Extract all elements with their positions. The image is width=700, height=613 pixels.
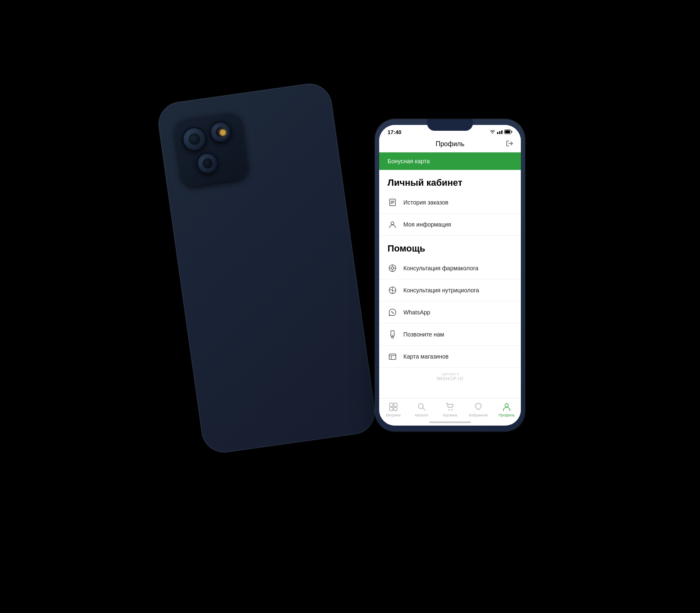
whatsapp-icon — [388, 307, 398, 317]
menu-item-map[interactable]: Карта магазинов — [379, 346, 521, 368]
phone-label: Позвоните нам — [403, 331, 444, 338]
vitrina-icon — [388, 402, 398, 412]
nutritionist-icon — [388, 285, 398, 295]
bonus-banner[interactable]: Бонусная карта — [379, 152, 521, 170]
svg-rect-11 — [391, 331, 394, 336]
svg-point-25 — [505, 404, 508, 407]
favorites-icon — [473, 402, 483, 412]
profile-tab-icon — [502, 402, 512, 412]
tab-item-cart[interactable]: Корзина — [436, 402, 464, 417]
imshop-footer: сделано в IMSHOP.IO — [379, 368, 521, 385]
menu-item-info[interactable]: Моя информация — [379, 214, 521, 236]
cart-label: Корзина — [443, 413, 457, 417]
phone-back — [155, 81, 378, 456]
signal-bars — [497, 130, 502, 134]
svg-rect-18 — [394, 403, 397, 406]
nav-header: Профиль — [379, 137, 521, 152]
whatsapp-label: WhatsApp — [403, 309, 430, 316]
battery-icon — [504, 130, 512, 135]
profile-tab-label: Профиль — [499, 413, 515, 417]
svg-rect-13 — [392, 336, 393, 338]
catalog-label: Каталог — [415, 413, 429, 417]
nutritionist-label: Консультация нутрициолога — [403, 287, 479, 294]
catalog-icon — [417, 402, 427, 412]
tab-item-vitrina[interactable]: Витрина — [379, 402, 408, 417]
pharmacist-icon — [388, 263, 398, 273]
svg-rect-19 — [390, 407, 393, 411]
orders-icon — [388, 197, 398, 207]
phone-icon — [388, 329, 398, 339]
svg-point-24 — [452, 409, 453, 411]
svg-point-23 — [449, 409, 450, 411]
footer-line2: IMSHOP.IO — [383, 376, 517, 381]
menu-item-whatsapp[interactable]: WhatsApp — [379, 302, 521, 324]
wifi-icon — [490, 130, 495, 135]
pharmacist-label: Консультация фармаколога — [403, 265, 478, 272]
footer-line1: сделано в — [383, 372, 517, 376]
cart-icon — [445, 402, 455, 412]
menu-item-orders[interactable]: История заказов — [379, 192, 521, 214]
tab-item-catalog[interactable]: Каталог — [408, 402, 436, 417]
bonus-banner-text: Бонусная карта — [388, 158, 430, 164]
phone-front: 17:40 — [375, 119, 525, 431]
tab-item-favorites[interactable]: Избранное — [464, 402, 492, 417]
logout-button[interactable] — [506, 140, 513, 150]
favorites-label: Избранное — [469, 413, 488, 417]
scene: 17:40 — [162, 57, 538, 556]
vitrina-label: Витрина — [386, 413, 400, 417]
section-header-help: Помощь — [379, 236, 521, 257]
phone-notch — [427, 119, 473, 131]
svg-rect-17 — [390, 403, 393, 406]
svg-rect-14 — [389, 354, 396, 359]
user-info-icon — [388, 219, 398, 229]
menu-item-phone[interactable]: Позвоните нам — [379, 324, 521, 346]
orders-label: История заказов — [403, 199, 448, 206]
section-header-cabinet: Личный кабинет — [379, 170, 521, 192]
svg-point-8 — [391, 267, 394, 269]
svg-rect-20 — [394, 407, 397, 411]
tab-item-profile[interactable]: Профиль — [492, 402, 521, 417]
info-label: Моя информация — [403, 221, 451, 228]
home-indicator — [429, 421, 471, 423]
nav-title: Профиль — [435, 140, 464, 148]
map-label: Карта магазинов — [403, 353, 448, 360]
menu-item-nutritionist[interactable]: Консультация нутрициолога — [379, 279, 521, 302]
svg-rect-1 — [505, 130, 510, 133]
svg-point-6 — [391, 222, 394, 225]
menu-item-pharmacist[interactable]: Консультация фармаколога — [379, 257, 521, 279]
map-icon — [388, 351, 398, 361]
phone-screen: 17:40 — [379, 125, 521, 426]
status-time: 17:40 — [388, 129, 401, 135]
screen-content: Личный кабинет История заказов — [379, 170, 521, 398]
svg-line-22 — [423, 408, 425, 411]
status-icons — [490, 130, 512, 135]
